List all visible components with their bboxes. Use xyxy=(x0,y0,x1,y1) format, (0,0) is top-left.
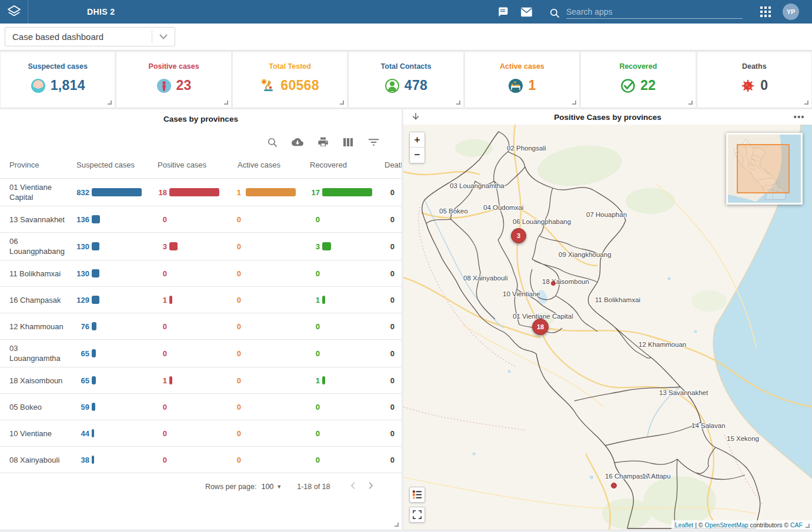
table-row: 03 Louangnamtha650000 xyxy=(0,340,402,367)
card-resize-handle[interactable] xyxy=(224,101,228,105)
cell-deaths: 0 xyxy=(376,242,395,251)
stat-cards-row: Suspected cases 1,814 Positive cases 23 … xyxy=(0,51,812,109)
search-apps-input[interactable] xyxy=(566,5,743,19)
face-circle-icon xyxy=(31,78,46,93)
zoom-in-button[interactable]: + xyxy=(410,132,425,148)
pagination-range: 1-18 of 18 xyxy=(297,483,330,491)
table-download-button[interactable] xyxy=(292,136,303,148)
value-bar xyxy=(169,188,219,196)
pagination-next-button[interactable] xyxy=(363,480,378,493)
map-cluster-marker[interactable]: 18 xyxy=(532,319,549,335)
cell-recovered: 0 xyxy=(300,349,376,358)
cell-active: 0 xyxy=(227,322,300,331)
cell-active: 0 xyxy=(227,376,300,385)
value-bar xyxy=(169,242,178,250)
cell-province: 08 Xainyabouli xyxy=(0,451,67,469)
map-province-label: 12 Khammouan xyxy=(639,341,686,348)
cell-province: 16 Champasak xyxy=(0,292,67,309)
panel-resize-handle[interactable] xyxy=(806,524,810,528)
map-province-label: 08 Xainyabouli xyxy=(463,275,507,282)
rows-per-page-label: Rows per page: xyxy=(205,483,257,491)
cell-suspected: 130 xyxy=(67,269,147,278)
table-print-button[interactable] xyxy=(317,136,329,148)
cell-province: 01 Vientiane Capital xyxy=(0,179,67,206)
cell-deaths: 0 xyxy=(376,456,395,464)
card-value: 1 xyxy=(528,78,536,93)
map-province-label: 06 Louangphabang xyxy=(513,218,571,225)
table-row: 10 Vientiane440000 xyxy=(0,420,402,447)
table-panel-title: Cases by provinces xyxy=(0,109,402,123)
table-row: 18 Xaisomboun651010 xyxy=(0,367,402,394)
attribution-link[interactable]: OpenStreetMap xyxy=(705,521,748,528)
cell-suspected: 44 xyxy=(67,429,147,438)
pagination-prev-button[interactable] xyxy=(346,480,361,493)
card-value: 478 xyxy=(405,78,427,93)
minimap-inset[interactable] xyxy=(726,133,803,205)
caret-down-icon: ▼ xyxy=(276,484,282,490)
cell-deaths: 0 xyxy=(376,188,395,197)
map-legend-button[interactable] xyxy=(409,487,425,503)
zoom-out-button[interactable]: − xyxy=(410,148,425,163)
cell-deaths: 0 xyxy=(376,322,395,331)
cell-suspected: 130 xyxy=(67,242,147,251)
avatar[interactable]: YP xyxy=(783,4,799,20)
cell-suspected: 76 xyxy=(67,322,147,331)
apps-grid-icon[interactable] xyxy=(759,5,772,18)
mail-icon[interactable] xyxy=(520,5,533,18)
cell-deaths: 0 xyxy=(376,403,395,411)
card-label: Total Tested xyxy=(269,62,311,71)
map-cluster-marker[interactable]: 3 xyxy=(511,228,526,243)
cell-deaths: 0 xyxy=(376,429,395,438)
map-attribution: Leaflet | © OpenStreetMap contributors ©… xyxy=(671,520,812,530)
card-label: Suspected cases xyxy=(28,62,87,71)
cell-recovered: 0 xyxy=(300,456,376,464)
dashboard-select-value: Case based dashboard xyxy=(5,32,152,42)
cell-positive: 0 xyxy=(147,349,227,358)
map-point-marker[interactable] xyxy=(611,483,617,488)
panel-resize-handle[interactable] xyxy=(395,523,399,527)
cell-province: 12 Khammouan xyxy=(0,318,67,335)
card-deaths: Deaths 0 xyxy=(697,52,811,108)
cell-recovered: 1 xyxy=(300,296,376,305)
card-resize-handle[interactable] xyxy=(572,101,576,105)
person-circle-icon xyxy=(156,78,172,93)
rows-per-page-select[interactable]: 100 ▼ xyxy=(261,483,282,491)
table-filter-button[interactable] xyxy=(367,136,379,148)
cell-active: 0 xyxy=(227,429,300,438)
table-columns-button[interactable] xyxy=(342,136,354,148)
map-province-label: 02 Phongsali xyxy=(507,145,546,152)
cell-deaths: 0 xyxy=(376,296,395,305)
card-resize-handle[interactable] xyxy=(456,101,460,105)
card-resize-handle[interactable] xyxy=(689,101,693,105)
col-header-province: Province xyxy=(0,160,67,169)
cell-province: 06 Louangphabang xyxy=(0,233,67,260)
dhis2-logo[interactable] xyxy=(0,0,28,24)
card-resize-handle[interactable] xyxy=(340,101,344,105)
card-resize-handle[interactable] xyxy=(804,101,808,105)
app-title: DHIS 2 xyxy=(87,7,115,16)
print-icon xyxy=(318,137,329,148)
map-point-marker[interactable] xyxy=(551,281,556,286)
chat-icon[interactable] xyxy=(496,5,509,18)
table-body: 01 Vientiane Capital83218117013 Savannak… xyxy=(0,179,402,473)
card-active-cases: Active cases 1 xyxy=(465,52,579,108)
filter-icon xyxy=(368,138,379,146)
minimap-viewport[interactable] xyxy=(737,145,789,193)
card-value: 1,814 xyxy=(51,78,85,93)
cell-positive: 0 xyxy=(147,269,227,278)
attribution-link[interactable]: Leaflet xyxy=(675,521,694,528)
value-bar xyxy=(322,376,325,384)
map-province-label: 05 Bokeo xyxy=(439,208,468,215)
cell-suspected: 136 xyxy=(67,215,147,224)
table-search-button[interactable] xyxy=(266,136,278,148)
card-suspected-cases: Suspected cases 1,814 xyxy=(1,52,115,108)
dashboard-select[interactable]: Case based dashboard xyxy=(5,27,175,46)
search-icon xyxy=(549,8,560,19)
card-resize-handle[interactable] xyxy=(108,101,112,105)
attribution-link[interactable]: CAF xyxy=(790,521,803,528)
search-icon xyxy=(267,137,278,148)
value-bar xyxy=(92,403,95,411)
map-canvas[interactable]: 02 Phongsali03 Louangnamtha05 Bokeo04 Ou… xyxy=(403,125,812,530)
map-fullscreen-button[interactable] xyxy=(409,507,425,523)
cell-suspected: 832 xyxy=(67,188,147,197)
